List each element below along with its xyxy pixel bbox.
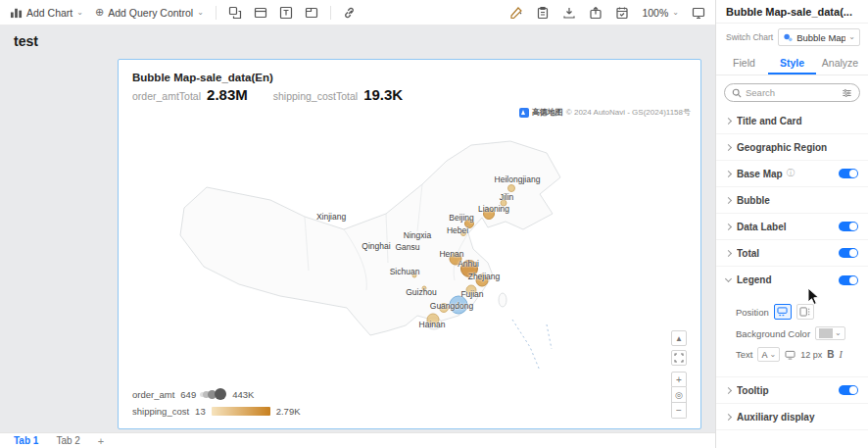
export-icon[interactable]: [589, 6, 603, 20]
section-label: Tooltip: [737, 385, 833, 396]
tab-1[interactable]: Tab 1: [14, 435, 38, 446]
map-province-label: Hainan: [419, 320, 446, 329]
legend-position-side-button[interactable]: [796, 304, 814, 320]
tab-widget-icon[interactable]: [305, 6, 318, 20]
section-auxiliary-display[interactable]: Auxiliary display: [716, 404, 868, 430]
base-map-toggle[interactable]: [839, 169, 858, 178]
section-geographic-region[interactable]: Geographic Region: [716, 134, 868, 161]
top-toolbar: Add Chart ⌄ ⊕ Add Query Control ⌄: [0, 0, 715, 25]
section-tooltip[interactable]: Tooltip: [716, 377, 868, 404]
section-label: Geographic Region: [737, 142, 858, 153]
china-map[interactable]: XinjiangQinghaiGansuNingxiaSichuanGuizho…: [121, 114, 694, 393]
map-province-label: Qinghai: [362, 241, 390, 251]
display-icon[interactable]: [785, 350, 796, 360]
bold-button[interactable]: B: [827, 349, 834, 360]
section-label: Total: [737, 248, 833, 259]
map-bubble[interactable]: [507, 184, 515, 192]
font-color-dropdown[interactable]: A ⌄: [757, 347, 780, 362]
tab-style[interactable]: Style: [768, 51, 816, 75]
download-icon[interactable]: [562, 6, 576, 20]
legend-shipping-cost: shipping_cost 13 2.79K: [132, 406, 301, 417]
bubble-map-card[interactable]: Bubble Map-sale_data(En) order_amtTotal …: [118, 59, 701, 429]
map-province-label: Sichuan: [390, 267, 420, 276]
tooltip-toggle[interactable]: [839, 385, 858, 395]
data-label-toggle[interactable]: [839, 222, 858, 231]
section-label: Auxiliary display: [737, 412, 858, 423]
dashboard-canvas[interactable]: test Bubble Map-sale_data(En) order_amtT…: [0, 25, 715, 432]
main-column: Add Chart ⌄ ⊕ Add Query Control ⌄: [0, 0, 716, 448]
map-province-label: Beijing: [449, 213, 474, 223]
zoom-out-button[interactable]: −: [671, 403, 687, 419]
text-widget-icon[interactable]: [279, 6, 293, 20]
zoom-select[interactable]: 100% ⌄: [642, 7, 679, 19]
add-query-control-button[interactable]: ⊕ Add Query Control ⌄: [95, 6, 204, 19]
chart-type-dropdown[interactable]: Bubble Map ⌄: [778, 28, 860, 46]
total-value: 2.83M: [207, 86, 248, 103]
background-color-picker[interactable]: ⌄: [815, 326, 845, 340]
page-tab-bar: Tab 1 Tab 2 +: [0, 432, 715, 448]
zoom-in-button[interactable]: +: [671, 372, 687, 387]
section-data-label[interactable]: Data Label: [716, 214, 868, 240]
search-icon: [732, 88, 742, 98]
chevron-down-icon: ⌄: [769, 351, 776, 359]
italic-button[interactable]: I: [839, 349, 842, 360]
chevron-down-icon: ⌄: [197, 9, 204, 17]
total-label: shipping_costTotal: [273, 90, 358, 102]
schedule-icon[interactable]: [615, 6, 629, 20]
add-tab-button[interactable]: +: [98, 435, 104, 447]
legend-toggle[interactable]: [839, 275, 858, 285]
search-box[interactable]: [724, 83, 860, 102]
map-compass-button[interactable]: ▲: [671, 330, 687, 346]
tab-analyze[interactable]: Analyze: [816, 51, 864, 75]
toolbar-separator: [330, 6, 331, 20]
locate-button[interactable]: ◎: [671, 387, 687, 403]
chevron-right-icon: [725, 386, 732, 393]
app-window: Add Chart ⌄ ⊕ Add Query Control ⌄: [0, 0, 868, 448]
chart-type-value: Bubble Map: [796, 32, 845, 43]
text-label: Text: [736, 349, 752, 360]
section-label: Title and Card: [737, 116, 858, 126]
section-legend[interactable]: Legend: [716, 267, 868, 293]
chevron-right-icon: [725, 223, 732, 229]
total-toggle[interactable]: [839, 248, 858, 258]
bar-chart-icon: [10, 6, 23, 19]
total-value: 19.3K: [363, 86, 403, 103]
section-label: Data Label: [737, 222, 833, 232]
plus-circle-icon: ⊕: [95, 6, 104, 19]
size-circles: [202, 388, 226, 400]
map-zoom-group: + ◎ −: [671, 372, 687, 419]
presentation-icon[interactable]: [692, 6, 705, 20]
search-input[interactable]: [746, 87, 838, 98]
map-province-label: Gansu: [395, 242, 419, 252]
chevron-down-icon: ⌄: [835, 329, 842, 337]
clipboard-icon[interactable]: [536, 6, 550, 20]
section-total[interactable]: Total: [716, 240, 868, 267]
legend-text-row: Text A ⌄ 12 px B I: [736, 347, 860, 362]
swap-widget-icon[interactable]: [228, 6, 242, 20]
magic-pen-icon[interactable]: [509, 6, 523, 20]
filter-sliders-icon: [842, 88, 852, 98]
tab-2[interactable]: Tab 2: [56, 435, 79, 446]
legend-position-bottom-button[interactable]: [774, 304, 792, 320]
section-bubble[interactable]: Bubble: [716, 187, 868, 214]
section-label: Base Map: [737, 169, 783, 179]
section-title-and-card[interactable]: Title and Card: [716, 108, 868, 134]
link-icon[interactable]: [343, 6, 357, 20]
section-base-map[interactable]: Base Map ⓘ: [716, 161, 868, 187]
add-query-control-label: Add Query Control: [108, 7, 193, 19]
chevron-right-icon: [725, 170, 732, 176]
font-letter: A: [761, 350, 767, 360]
chevron-right-icon: [725, 249, 732, 256]
chevron-down-icon: [725, 275, 732, 282]
page-title: test: [14, 33, 38, 49]
tab-field[interactable]: Field: [720, 51, 768, 75]
add-chart-button[interactable]: Add Chart ⌄: [10, 6, 83, 19]
section-label: Bubble: [737, 195, 858, 206]
font-size-value[interactable]: 12 px: [800, 350, 822, 360]
chart-legend: order_amt 649 443K shipping_cost 13 2.79…: [132, 382, 301, 417]
legend-position-row: Position: [736, 304, 860, 320]
map-fit-button[interactable]: [671, 350, 687, 366]
chevron-right-icon: [725, 413, 732, 420]
map-province-label: Ningxia: [404, 230, 431, 240]
container-widget-icon[interactable]: [254, 6, 267, 20]
